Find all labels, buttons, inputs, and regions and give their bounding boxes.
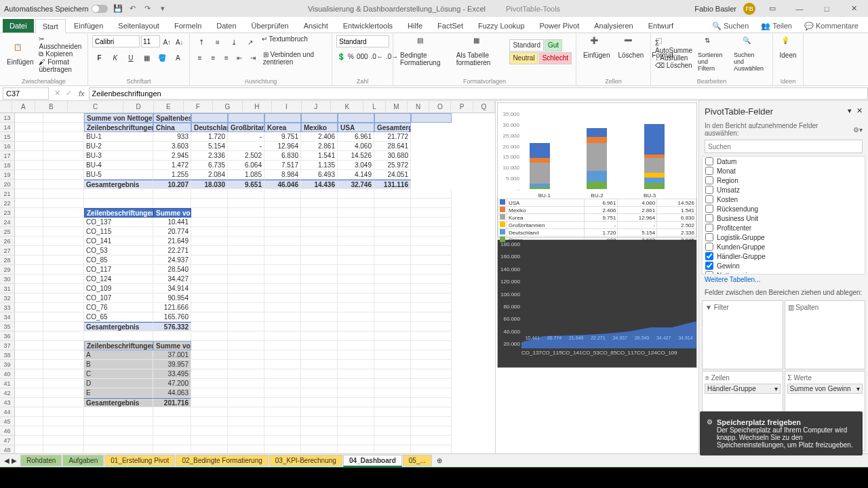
tab-powerpivot[interactable]: Power Pivot — [533, 19, 587, 33]
indent-dec-icon[interactable]: ⇤ — [234, 51, 246, 64]
tab-insert[interactable]: Einfügen — [67, 19, 110, 33]
notification-toast[interactable]: ⚙ Speicherplatz freigeben Der Speicherpl… — [700, 411, 863, 455]
tab-dev[interactable]: Entwicklertools — [336, 19, 399, 33]
sheet-tab[interactable]: 03_KPI-Berechnung — [269, 455, 342, 466]
new-sheet-icon[interactable]: ⊕ — [433, 457, 446, 464]
align-right-icon[interactable]: ≡ — [220, 51, 233, 64]
tab-layout[interactable]: Seitenlayout — [111, 19, 166, 33]
sheet-tab-active[interactable]: 04_Dashboard — [343, 455, 402, 467]
maximize-icon[interactable]: □ — [816, 2, 837, 16]
tab-factset[interactable]: FactSet — [431, 19, 470, 33]
tab-fuzzy[interactable]: Fuzzy Lookup — [471, 19, 531, 33]
more-tables-link[interactable]: Weitere Tabellen... — [699, 274, 868, 285]
tab-start[interactable]: Start — [35, 19, 66, 33]
find-button[interactable]: 🔍Suchen und Auswählen — [731, 35, 768, 73]
sheet-tab[interactable]: 01_Erstellung Pivot — [104, 455, 175, 466]
align-top-icon[interactable]: ⤒ — [194, 35, 209, 49]
clear-button[interactable]: ⌫ Löschen — [655, 62, 692, 69]
minimize-icon[interactable]: — — [789, 2, 810, 16]
indent-inc-icon[interactable]: ⇥ — [247, 51, 259, 64]
field-item[interactable]: Monat — [703, 166, 865, 176]
field-item[interactable]: Region — [703, 176, 865, 185]
font-name-input[interactable] — [92, 35, 140, 47]
field-checkbox[interactable] — [705, 167, 713, 175]
redo-icon[interactable]: ↷ — [143, 4, 153, 14]
currency-icon[interactable]: 💲 — [336, 49, 346, 63]
autosave-toggle[interactable]: Automatisches Speichern — [4, 5, 108, 13]
style-standard[interactable]: Standard — [509, 39, 544, 52]
toggle-icon[interactable] — [92, 5, 108, 13]
field-item[interactable]: Händler-Gruppe — [703, 251, 865, 261]
wrap-button[interactable]: ↵ Textumbruch — [262, 35, 308, 49]
grow-font-icon[interactable]: A↑ — [161, 35, 173, 49]
field-item[interactable]: Profitcenter — [703, 223, 865, 232]
value-field-item[interactable]: Summe von Gewinn▾ — [787, 384, 863, 394]
sheet-tab[interactable]: Aufgaben — [62, 455, 104, 466]
paste-button[interactable]: 📋Einfügen — [4, 42, 36, 67]
formula-input[interactable] — [89, 87, 868, 100]
style-good[interactable]: Gut — [545, 39, 562, 52]
sort-filter-button[interactable]: ⇅Sortieren und Filtern — [695, 35, 728, 73]
insert-cells-button[interactable]: ➕Einfügen — [580, 35, 612, 60]
field-search-input[interactable] — [705, 140, 863, 153]
field-checkbox[interactable] — [705, 157, 713, 165]
save-icon[interactable]: 💾 — [113, 4, 123, 14]
font-color-button[interactable]: A — [171, 51, 185, 64]
stacked-bar-chart[interactable]: 35.00030.00025.00020.00015.00010.0005.00… — [497, 102, 697, 238]
tab-help[interactable]: Hilfe — [401, 19, 429, 33]
field-checkbox[interactable] — [705, 224, 713, 232]
sheet-tab[interactable]: Rohdaten — [20, 455, 62, 466]
field-checkbox[interactable] — [705, 243, 713, 251]
inc-dec-icon[interactable]: .0← — [370, 49, 384, 63]
fields-dropdown-icon[interactable]: ▾ — [848, 106, 852, 115]
number-format-select[interactable] — [336, 35, 389, 47]
field-checkbox[interactable] — [705, 205, 713, 213]
field-item[interactable]: Umsatz — [703, 185, 865, 195]
field-item[interactable]: Kunden-Gruppe — [703, 242, 865, 251]
bold-button[interactable]: F — [92, 51, 106, 64]
tab-design[interactable]: Entwurf — [642, 19, 680, 33]
fx-icon[interactable]: fx — [75, 89, 89, 98]
align-bot-icon[interactable]: ⤓ — [226, 35, 241, 49]
align-center-icon[interactable]: ≡ — [208, 51, 220, 64]
field-item[interactable]: Gewinn — [703, 261, 865, 270]
cut-button[interactable]: ✂ Ausschneiden — [39, 35, 83, 50]
undo-icon[interactable]: ↶ — [128, 4, 138, 14]
sheet-tab[interactable]: 05_... — [403, 455, 432, 466]
name-box[interactable] — [3, 87, 49, 100]
qat-dropdown-icon[interactable]: ▾ — [158, 4, 167, 14]
align-mid-icon[interactable]: ≡ — [210, 35, 225, 49]
orientation-icon[interactable]: ↗ — [243, 35, 258, 49]
avatar[interactable]: FB — [743, 3, 755, 15]
underline-button[interactable]: U — [123, 51, 138, 64]
style-neutral[interactable]: Neutral — [509, 52, 538, 64]
shrink-font-icon[interactable]: A↓ — [174, 35, 186, 49]
field-item[interactable]: Rücksendung — [703, 204, 865, 214]
ideas-button[interactable]: 💡Ideen — [777, 35, 799, 60]
sheet-tab[interactable]: 02_Bedingte Formatierung — [176, 455, 268, 466]
row-field-item[interactable]: Händler-Gruppe▾ — [705, 384, 781, 394]
font-size-input[interactable] — [141, 35, 160, 47]
field-checkbox[interactable] — [705, 195, 713, 203]
cancel-formula-icon[interactable]: ✕ — [52, 89, 63, 98]
field-checkbox[interactable] — [705, 186, 713, 194]
comma-icon[interactable]: 000 — [356, 49, 369, 63]
columns-area[interactable]: ▥ Spalten — [785, 300, 866, 369]
field-checkbox[interactable] — [705, 252, 713, 260]
tab-view[interactable]: Ansicht — [297, 19, 335, 33]
fill-button[interactable]: ↓ Ausfüllen — [655, 54, 692, 62]
merge-button[interactable]: ⊞ Verbinden und zentrieren — [263, 51, 328, 66]
autosum-button[interactable]: Σ AutoSumme — [655, 39, 692, 54]
italic-button[interactable]: K — [108, 51, 122, 64]
delete-cells-button[interactable]: ➖Löschen — [615, 35, 646, 60]
field-checkbox[interactable] — [705, 176, 713, 184]
tab-analyze[interactable]: Analysieren — [587, 19, 639, 33]
area-chart[interactable]: 180.000160.000140.000120.000100.00080.00… — [497, 239, 697, 368]
field-checkbox[interactable] — [705, 214, 713, 222]
field-checkbox[interactable] — [705, 262, 713, 270]
border-button[interactable]: ▦ — [140, 51, 154, 64]
table-format-button[interactable]: ▦Als Tabelle formatieren — [454, 35, 507, 68]
ribbon-display-icon[interactable]: ▭ — [762, 2, 783, 16]
field-item[interactable]: Business Unit — [703, 214, 865, 223]
field-item[interactable]: Kosten — [703, 195, 865, 204]
